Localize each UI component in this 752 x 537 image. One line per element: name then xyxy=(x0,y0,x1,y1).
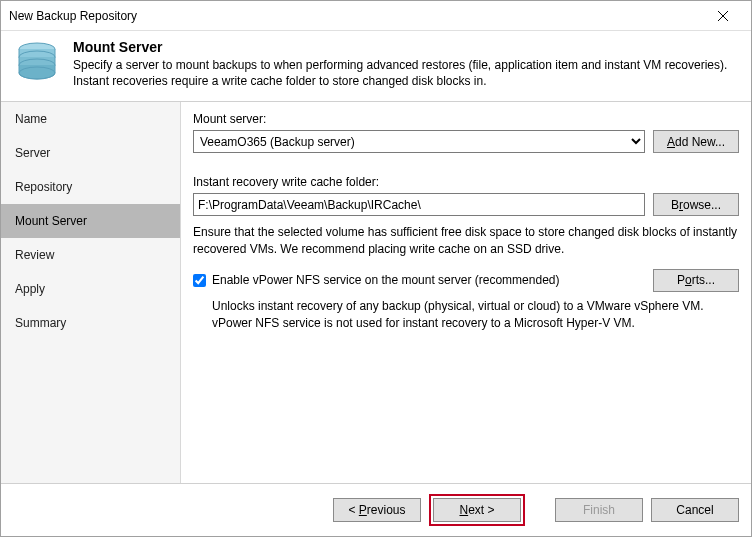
mount-server-select[interactable]: VeeamO365 (Backup server) xyxy=(193,130,645,153)
cancel-button[interactable]: Cancel xyxy=(651,498,739,522)
step-mount-server[interactable]: Mount Server xyxy=(1,204,180,238)
cache-help-text: Ensure that the selected volume has suff… xyxy=(193,224,739,256)
titlebar: New Backup Repository xyxy=(1,1,751,31)
ports-button[interactable]: Ports... xyxy=(653,269,739,292)
close-button[interactable] xyxy=(703,2,743,30)
cache-folder-input[interactable] xyxy=(193,193,645,216)
step-name[interactable]: Name xyxy=(1,102,180,136)
next-button-highlight: Next > xyxy=(429,494,525,526)
nfs-help-text: Unlocks instant recovery of any backup (… xyxy=(212,298,739,332)
enable-nfs-label: Enable vPower NFS service on the mount s… xyxy=(212,273,559,287)
header-description: Specify a server to mount backups to whe… xyxy=(73,57,739,89)
add-new-button[interactable]: Add New... xyxy=(653,130,739,153)
close-icon xyxy=(718,11,728,21)
mount-server-label: Mount server: xyxy=(193,112,739,126)
main-panel: Mount server: VeeamO365 (Backup server) … xyxy=(181,102,751,483)
header: Mount Server Specify a server to mount b… xyxy=(1,31,751,101)
header-text: Mount Server Specify a server to mount b… xyxy=(73,39,739,89)
repository-icon xyxy=(13,39,61,87)
header-title: Mount Server xyxy=(73,39,739,55)
enable-nfs-checkbox[interactable] xyxy=(193,274,206,287)
step-review[interactable]: Review xyxy=(1,238,180,272)
finish-button: Finish xyxy=(555,498,643,522)
wizard-sidebar: Name Server Repository Mount Server Revi… xyxy=(1,102,181,483)
window-title: New Backup Repository xyxy=(9,9,137,23)
cache-folder-label: Instant recovery write cache folder: xyxy=(193,175,739,189)
browse-button[interactable]: Browse... xyxy=(653,193,739,216)
body: Name Server Repository Mount Server Revi… xyxy=(1,101,751,483)
next-button[interactable]: Next > xyxy=(433,498,521,522)
step-repository[interactable]: Repository xyxy=(1,170,180,204)
step-summary[interactable]: Summary xyxy=(1,306,180,340)
footer: < Previous Next > Finish Cancel xyxy=(1,483,751,536)
step-apply[interactable]: Apply xyxy=(1,272,180,306)
previous-button[interactable]: < Previous xyxy=(333,498,421,522)
dialog-window: New Backup Repository Mount Server Speci… xyxy=(0,0,752,537)
step-server[interactable]: Server xyxy=(1,136,180,170)
